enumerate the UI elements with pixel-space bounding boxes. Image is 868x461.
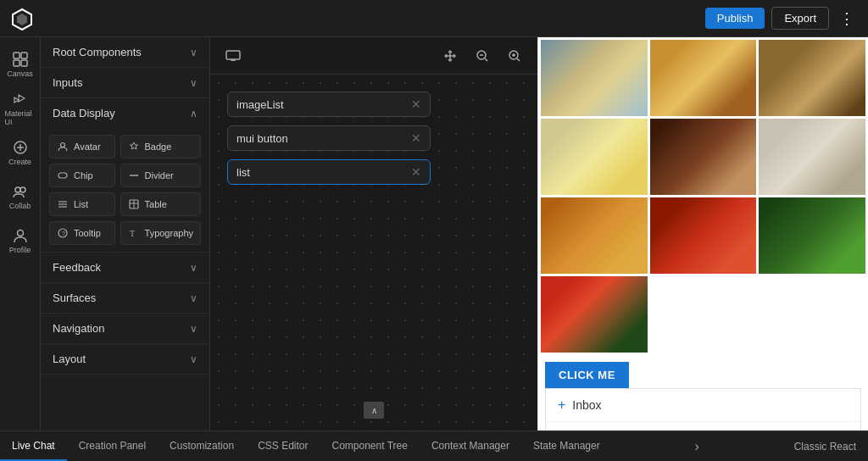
divider-label: Divider: [145, 170, 174, 181]
tab-component-tree[interactable]: Component Tree: [320, 431, 419, 461]
navigation-chevron: ∨: [190, 323, 198, 335]
surfaces-header[interactable]: Surfaces ∨: [41, 283, 209, 313]
svg-line-29: [485, 58, 487, 61]
tab-live-chat[interactable]: Live Chat: [0, 431, 67, 461]
feedback-header[interactable]: Feedback ∨: [41, 253, 209, 282]
profile-label: Profile: [9, 246, 31, 254]
feedback-chevron: ∨: [190, 262, 198, 274]
image-hats: [759, 119, 865, 195]
canvas-label: Canvas: [7, 69, 33, 78]
divider-icon: [128, 169, 140, 181]
image-camera: [759, 40, 865, 116]
more-options-button[interactable]: ⋮: [836, 6, 858, 31]
image-honey: [541, 197, 648, 274]
inputs-header[interactable]: Inputs ∨: [41, 68, 209, 97]
search-muibutton-input[interactable]: [236, 132, 411, 145]
data-display-chevron: ∧: [190, 108, 198, 119]
root-components-header[interactable]: Root Components ∨: [41, 37, 209, 67]
root-components-section: Root Components ∨: [41, 37, 209, 68]
svg-point-9: [15, 187, 20, 192]
data-display-header[interactable]: Data Display ∧: [41, 98, 209, 128]
bottom-tabs: Live Chat Creation Panel Customization C…: [0, 430, 868, 461]
inbox-label: Inbox: [572, 398, 601, 412]
click-me-button[interactable]: CLICK ME: [545, 362, 629, 388]
material-ui-icon: [12, 91, 29, 108]
scroll-up-button[interactable]: ∧: [364, 402, 384, 419]
badge-label: Badge: [145, 142, 172, 152]
search-list-input[interactable]: [236, 166, 411, 179]
topbar-actions: Publish Export ⋮: [705, 6, 858, 31]
component-typography[interactable]: T Typography: [120, 221, 201, 245]
material-ui-label: Material UI: [5, 109, 36, 126]
sidebar-item-canvas[interactable]: Canvas: [5, 44, 36, 85]
profile-icon: [12, 227, 29, 244]
tab-creation-panel[interactable]: Creation Panel: [67, 431, 158, 461]
inbox-plus-icon: +: [558, 397, 565, 413]
list-label: List: [74, 199, 88, 209]
svg-point-12: [61, 143, 65, 147]
sidebar-item-create[interactable]: Create: [5, 132, 36, 173]
component-grid: Avatar Badge: [41, 128, 209, 252]
list-panel: + Inbox + Drafts Trash Spam: [545, 388, 861, 430]
component-chip[interactable]: Chip: [49, 164, 115, 187]
component-tooltip[interactable]: ? Tooltip: [49, 221, 115, 245]
component-divider[interactable]: Divider: [120, 164, 201, 187]
root-components-chevron: ∨: [190, 47, 198, 58]
image-grid: [538, 37, 868, 355]
component-table[interactable]: Table: [120, 192, 201, 216]
svg-text:T: T: [130, 229, 135, 238]
search-imagelist-input[interactable]: [236, 98, 411, 111]
data-display-label: Data Display: [53, 107, 115, 119]
avatar-icon: [57, 141, 69, 153]
sidebar-item-material-ui[interactable]: Material UI: [5, 88, 36, 129]
svg-rect-3: [21, 53, 27, 58]
navigation-label: Navigation: [53, 322, 104, 335]
tab-context-manager[interactable]: Context Manager: [420, 431, 521, 461]
tab-state-manager[interactable]: State Manager: [521, 431, 612, 461]
clear-list-button[interactable]: ✕: [411, 165, 421, 179]
svg-marker-1: [17, 14, 27, 25]
sidebar-item-profile[interactable]: Profile: [5, 220, 36, 261]
surfaces-chevron: ∨: [190, 292, 198, 304]
sidebar: Root Components ∨ Inputs ∨ Data Display …: [41, 37, 210, 430]
tab-customization[interactable]: Customization: [158, 431, 246, 461]
layout-header[interactable]: Layout ∨: [41, 344, 209, 374]
image-burger: [650, 40, 757, 116]
device-preview-button[interactable]: [220, 43, 246, 69]
typography-label: Typography: [145, 228, 193, 238]
clear-muibutton-button[interactable]: ✕: [411, 131, 421, 145]
feedback-section: Feedback ∨: [41, 253, 209, 283]
tab-css-editor[interactable]: CSS Editor: [246, 431, 320, 461]
component-avatar[interactable]: Avatar: [49, 135, 115, 158]
component-badge[interactable]: Badge: [120, 135, 201, 158]
svg-text:?: ?: [62, 230, 65, 236]
layout-label: Layout: [53, 353, 86, 365]
zoom-in-button[interactable]: [502, 43, 527, 69]
list-item-inbox[interactable]: + Inbox: [546, 389, 860, 422]
create-icon: [12, 139, 29, 156]
icon-bar: Canvas Material UI Create: [0, 37, 41, 430]
layout-chevron: ∨: [190, 353, 198, 365]
search-list[interactable]: ✕: [227, 159, 431, 185]
surfaces-label: Surfaces: [53, 292, 96, 304]
topbar: Publish Export ⋮: [0, 0, 868, 37]
tab-more-button[interactable]: ›: [686, 431, 707, 461]
svg-rect-13: [58, 173, 67, 178]
publish-button[interactable]: Publish: [705, 8, 765, 29]
search-muibutton[interactable]: ✕: [227, 125, 431, 151]
sidebar-item-collab[interactable]: Collab: [5, 176, 36, 217]
canvas-container: ✕ ✕ ✕ ∧: [210, 37, 537, 430]
clear-imagelist-button[interactable]: ✕: [411, 97, 421, 111]
tab-classic-react[interactable]: Classic React: [782, 431, 868, 461]
canvas-toolbar: [210, 37, 537, 75]
list-item-drafts[interactable]: + Drafts: [546, 422, 860, 430]
move-tool-button[interactable]: [437, 43, 463, 69]
collab-icon: [12, 183, 29, 200]
search-imagelist[interactable]: ✕: [227, 92, 431, 117]
export-button[interactable]: Export: [771, 7, 829, 30]
zoom-out-button[interactable]: [470, 43, 495, 69]
image-basketball: [650, 197, 757, 274]
navigation-header[interactable]: Navigation ∨: [41, 314, 209, 343]
avatar-label: Avatar: [74, 142, 101, 152]
component-list[interactable]: List: [49, 192, 115, 216]
